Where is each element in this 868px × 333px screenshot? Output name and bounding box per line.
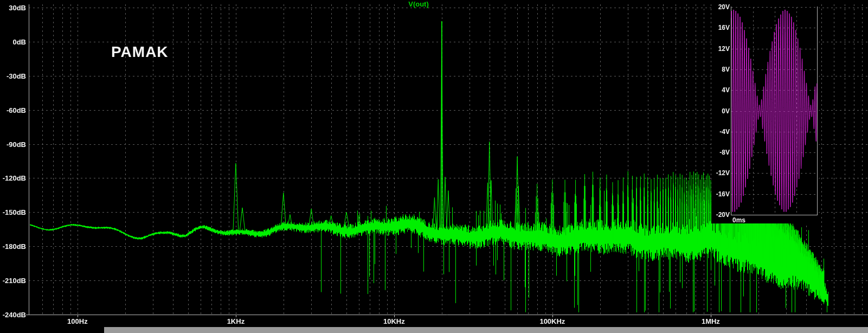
inset-y-tick-label: -4V [710,128,730,136]
fft-x-tick-label: 100KHz [539,317,565,325]
fft-y-tick-label: -30dB [1,72,26,80]
fft-y-tick-label: -120dB [1,174,26,182]
inset-y-tick-label: -12V [710,169,730,177]
fft-y-tick-label: 0dB [1,37,26,46]
trace-label-vout[interactable]: V(out) [408,0,429,8]
inset-y-tick-label: 20V [710,3,730,11]
fft-x-tick-label: 1MHz [702,317,720,325]
fft-y-tick-label: -90dB [1,140,26,148]
fft-y-tick-label: -210dB [1,277,26,285]
inset-y-tick-label: 12V [710,45,730,53]
fft-y-tick-label: -150dB [1,208,26,216]
waveform-viewer-window: V(out) PAMAK 0ms 30dB0dB-30dB-60dB-90dB-… [0,0,868,333]
fft-x-tick-label: 1KHz [227,317,245,325]
fft-y-tick-label: -60dB [1,106,26,114]
bottom-gray-bar [104,327,868,333]
fft-y-tick-label: -180dB [1,242,26,251]
inset-y-tick-label: 0V [710,107,730,115]
fft-y-tick-label: -240dB [1,311,26,319]
inset-y-tick-label: -16V [710,190,730,198]
watermark-text: PAMAK [111,43,169,61]
inset-y-tick-label: -8V [710,149,730,156]
inset-y-tick-label: 4V [710,86,730,94]
inset-y-tick-label: 8V [710,66,730,73]
fft-x-tick-label: 10KHz [383,317,405,325]
inset-y-tick-label: 16V [710,24,730,31]
fft-y-tick-label: 30dB [1,4,26,12]
fft-x-tick-label: 100Hz [67,317,88,325]
inset-y-tick-label: -20V [710,211,730,219]
inset-x-axis-label: 0ms [732,216,745,224]
